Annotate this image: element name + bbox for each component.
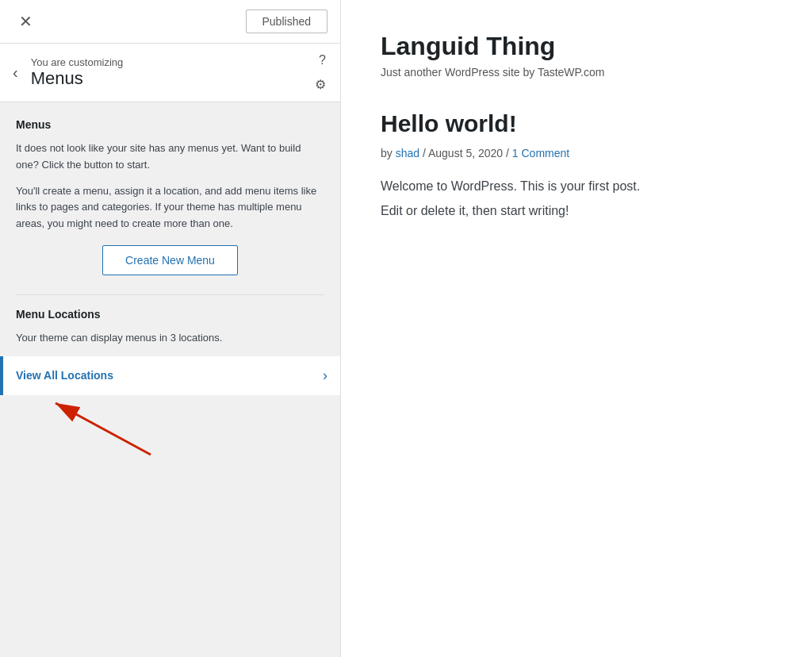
left-panel: ✕ Published ‹ You are customizing Menus … (0, 0, 341, 657)
post-title: Hello world! (381, 110, 772, 137)
divider (16, 294, 324, 295)
settings-icon[interactable]: ⚙ (313, 75, 327, 94)
post-meta-separator1: / (423, 147, 428, 159)
right-panel: Languid Thing Just another WordPress sit… (341, 0, 812, 657)
post-body-line1: Welcome to WordPress. This is your first… (381, 175, 772, 197)
view-all-locations-item[interactable]: View All Locations › (0, 356, 340, 395)
locations-description: Your theme can display menus in 3 locati… (16, 330, 324, 347)
red-arrow-icon (40, 395, 167, 459)
post-comment-link[interactable]: 1 Comment (512, 147, 569, 159)
back-button[interactable]: ‹ (0, 63, 31, 82)
menus-section-title: Menus (16, 118, 324, 131)
top-bar: ✕ Published (0, 0, 340, 44)
site-title: Languid Thing (381, 32, 772, 61)
view-all-locations-label: View All Locations (16, 369, 113, 382)
header-text: You are customizing Menus (31, 56, 313, 89)
help-icon[interactable]: ? (317, 52, 327, 69)
site-tagline: Just another WordPress site by TasteWP.c… (381, 66, 772, 79)
post-body-line2: Edit or delete it, then start writing! (381, 200, 772, 221)
create-new-menu-button[interactable]: Create New Menu (102, 245, 238, 275)
post-meta: by shad / August 5, 2020 / 1 Comment (381, 147, 772, 159)
description-2: You'll create a menu, assign it a locati… (16, 183, 324, 232)
menus-heading: Menus (31, 68, 313, 89)
arrow-annotation (0, 395, 340, 459)
post-author-link[interactable]: shad (396, 147, 419, 159)
post-meta-separator2: / (506, 147, 512, 159)
header-bar: ‹ You are customizing Menus ? ⚙ (0, 44, 340, 102)
menu-locations-title: Menu Locations (16, 308, 324, 321)
chevron-right-icon: › (323, 367, 327, 384)
post-date: August 5, 2020 (428, 147, 503, 159)
post-content: Welcome to WordPress. This is your first… (381, 175, 772, 221)
content-area: Menus It does not look like your site ha… (0, 102, 340, 657)
customizing-label: You are customizing (31, 56, 313, 68)
post-by-label: by (381, 147, 393, 159)
header-icons: ? ⚙ (313, 52, 327, 94)
svg-line-1 (56, 403, 151, 455)
description-1: It does not look like your site has any … (16, 140, 324, 174)
published-button[interactable]: Published (246, 10, 328, 33)
close-button[interactable]: ✕ (13, 9, 39, 34)
